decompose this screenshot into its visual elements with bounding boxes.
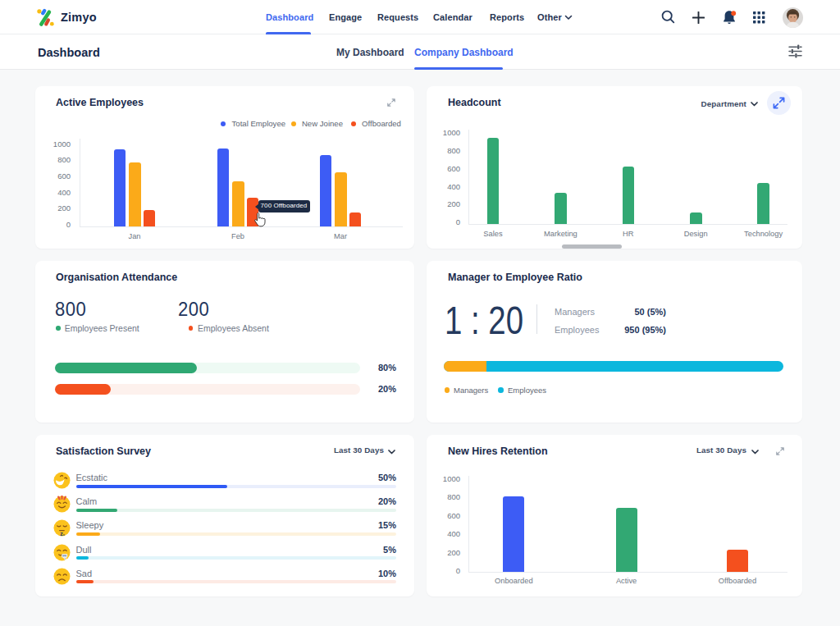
svg-text:z: z	[60, 531, 63, 537]
